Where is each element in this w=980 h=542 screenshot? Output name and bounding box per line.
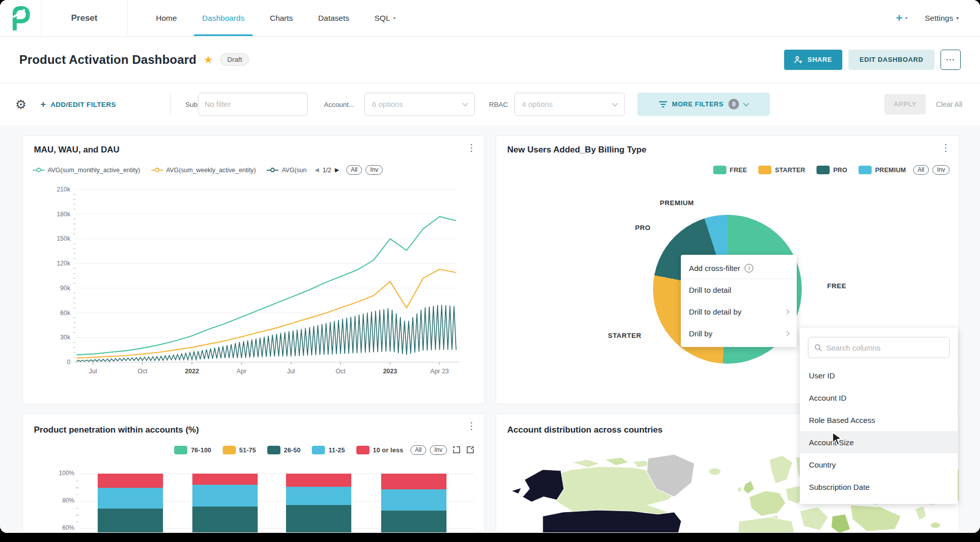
legend-item[interactable]: FREE (713, 166, 747, 174)
legend-item[interactable]: AVG(sun (267, 167, 306, 174)
info-icon: i (745, 264, 753, 273)
kebab-menu-icon[interactable]: ⋮ (467, 143, 476, 152)
nav-item-home[interactable]: Home (156, 0, 177, 36)
legend-inv-pill[interactable]: Inv (365, 165, 383, 175)
penetration-bar-chart[interactable]: 100%80%60% (23, 414, 484, 532)
edit-dashboard-button[interactable]: EDIT DASHBOARD (848, 50, 934, 70)
new-item-button[interactable]: + ▾ (896, 12, 908, 25)
plus-icon: + (896, 12, 903, 25)
brand-name[interactable]: Preset (42, 0, 128, 36)
svg-text:180k: 180k (57, 211, 71, 218)
nav-tabs: HomeDashboardsChartsDatasetsSQL▾ (156, 0, 396, 36)
legend-inv-pill[interactable]: Inv (932, 165, 950, 175)
mau-line-chart[interactable]: 210k180k150k120k90k60k30k0JulOct2022AprJ… (28, 182, 480, 390)
gear-icon[interactable]: ⚙ (15, 97, 26, 111)
bar-segment-10orless[interactable] (381, 474, 446, 489)
context-menu-item[interactable]: Drill to detail by (681, 301, 797, 323)
chevron-right-icon (785, 331, 790, 336)
preset-logo[interactable] (0, 0, 42, 36)
share-button[interactable]: SHARE (784, 50, 842, 70)
column-menu-item[interactable]: Role Based Access (800, 409, 958, 431)
column-menu-item[interactable]: User ID (800, 364, 958, 386)
bar-segment-11-25[interactable] (286, 487, 351, 505)
chart-title: New Users Added_By Billing Type (507, 145, 646, 155)
rbac-filter-select[interactable]: 4 options (514, 93, 625, 116)
bar-segment-10orless[interactable] (98, 474, 163, 488)
context-menu-item[interactable]: Drill by (681, 323, 797, 344)
bar-segment-10orless[interactable] (286, 474, 351, 487)
preset-logo-icon (10, 6, 32, 30)
column-menu-item[interactable]: Country (800, 453, 958, 476)
search-columns-input[interactable] (826, 343, 943, 352)
chevron-down-icon (744, 100, 749, 106)
more-filters-label: MORE FILTERS (672, 100, 724, 108)
bar-segment-26-50[interactable] (381, 511, 446, 533)
date-filter-input[interactable] (198, 93, 308, 116)
nav-item-dashboards[interactable]: Dashboards (202, 0, 244, 36)
legend-label: AVG(sun (281, 167, 306, 174)
settings-label: Settings (925, 14, 953, 23)
more-options-button[interactable]: ··· (941, 50, 961, 70)
legend-label: STARTER (775, 167, 805, 174)
context-menu-item[interactable]: Add cross-filteri (681, 257, 797, 279)
column-menu-item[interactable]: Account ID (800, 386, 958, 409)
rbac-select-value: 4 options (522, 100, 613, 108)
cursor-pointer (832, 432, 844, 445)
plus-caret-icon: ▾ (905, 15, 908, 21)
bar-segment-26-50[interactable] (98, 509, 163, 533)
nav-item-charts[interactable]: Charts (270, 0, 293, 36)
more-filters-button[interactable]: MORE FILTERS 0 (637, 93, 770, 116)
account-filter-label: Account... (324, 100, 354, 108)
column-menu-item[interactable]: Account Size (800, 431, 958, 453)
add-edit-filters-button[interactable]: + ADD/EDIT FILTERS (40, 99, 116, 109)
svg-text:Jul: Jul (287, 368, 295, 375)
legend-item[interactable]: AVG(sum_weekly_active_entity) (151, 167, 256, 174)
mau-legend: AVG(sum_monthly_active_entity)AVG(sum_we… (33, 167, 307, 174)
pager-prev-icon[interactable]: ◀ (315, 167, 319, 173)
svg-text:0: 0 (67, 359, 70, 366)
minor-tick (76, 508, 78, 509)
pie-slice-label: PREMIUM (660, 199, 693, 207)
legend-item[interactable]: PREMIUM (859, 166, 906, 174)
column-menu-item[interactable]: Subscription Date (800, 476, 958, 498)
bar-segment-26-50[interactable] (192, 507, 258, 533)
bar-segment-26-50[interactable] (286, 505, 351, 533)
chart-title: Account distribution across countries (507, 425, 663, 435)
svg-text:150k: 150k (57, 235, 71, 242)
y-axis-label: 60% (52, 524, 74, 531)
nav-item-sql[interactable]: SQL▾ (375, 0, 396, 36)
pie-slice-label: FREE (827, 282, 846, 290)
legend-item[interactable]: AVG(sum_monthly_active_entity) (33, 167, 140, 174)
search-columns-box[interactable] (808, 337, 950, 358)
legend-swatch (713, 166, 726, 174)
bar-segment-11-25[interactable] (192, 485, 258, 507)
billing-legend-row: FREESTARTERPROPREMIUM All Inv (713, 165, 950, 175)
y-axis-label: 100% (52, 470, 74, 477)
apply-button[interactable]: APPLY (884, 94, 926, 114)
draft-badge: Draft (220, 53, 249, 66)
pager-next-icon[interactable]: ▶ (335, 167, 339, 173)
date-filter-field[interactable] (205, 100, 305, 108)
legend-all-pill[interactable]: All (346, 165, 362, 175)
favorite-star-icon[interactable]: ★ (203, 54, 213, 66)
legend-item[interactable]: STARTER (758, 166, 805, 174)
filter-divider (170, 94, 171, 115)
context-menu-item[interactable]: Drill to detail (681, 279, 797, 301)
legend-item[interactable]: PRO (816, 166, 847, 174)
series-marker-icon (267, 168, 278, 172)
nav-item-datasets[interactable]: Datasets (318, 0, 349, 36)
svg-text:Jul: Jul (89, 368, 97, 375)
nav-right: + ▾ Settings ▾ (896, 0, 980, 36)
bar-segment-11-25[interactable] (98, 488, 163, 509)
kebab-menu-icon[interactable]: ⋮ (941, 143, 951, 152)
settings-menu[interactable]: Settings ▾ (925, 14, 959, 23)
account-filter-select[interactable]: 6 options (364, 93, 475, 116)
bar-segment-11-25[interactable] (381, 489, 446, 511)
legend-swatch (816, 166, 830, 174)
legend-all-pill[interactable]: All (913, 165, 929, 175)
page-title: Product Activation Dashboard (19, 53, 196, 67)
pager-label: 1/2 (322, 167, 331, 174)
bar-segment-10orless[interactable] (192, 474, 258, 485)
minor-tick (76, 494, 78, 495)
clear-all-button[interactable]: Clear All (936, 100, 962, 108)
